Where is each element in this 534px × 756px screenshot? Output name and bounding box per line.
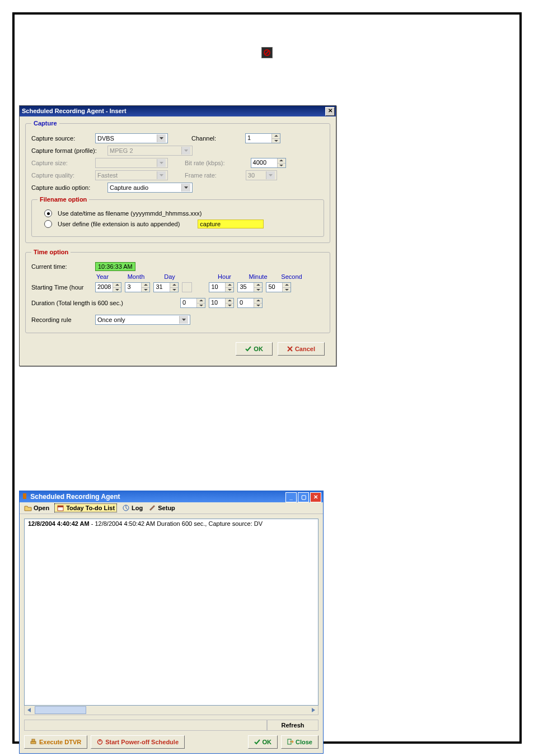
capture-source-combo[interactable]: DVBS [95, 133, 168, 143]
insert-dialog: Scheduled Recording Agent - Insert ✕ Cap… [19, 105, 336, 366]
app-icon [23, 493, 26, 499]
capture-legend: Capture [31, 120, 59, 127]
start-day-spin[interactable]: 31 [153, 282, 179, 292]
start-month-spin[interactable]: 3 [125, 282, 150, 292]
dur-min-spin[interactable]: 10 [209, 298, 234, 308]
spin-down-icon[interactable] [272, 139, 280, 143]
spin-up-icon[interactable] [278, 158, 285, 164]
dur-sec-spin[interactable]: 0 [237, 298, 263, 308]
tb-setup[interactable]: Setup [148, 504, 175, 512]
userdefine-filename[interactable]: capture [198, 220, 264, 228]
day-extra [182, 282, 192, 292]
dlg1-titlebar[interactable]: Scheduled Recording Agent - Insert ✕ [20, 106, 336, 116]
scrollbar-thumb[interactable] [35, 706, 86, 714]
radio-datetime[interactable] [44, 209, 52, 217]
log-icon [122, 504, 130, 512]
cancel-button[interactable]: Cancel [278, 342, 325, 356]
capture-format-combo: MPEG 2 [107, 146, 193, 156]
dlg2-title: Scheduled Recording Agent [30, 493, 120, 501]
close-icon[interactable]: ✕ [310, 492, 321, 502]
time-legend: Time option [31, 249, 71, 255]
start-second-spin[interactable]: 50 [266, 282, 291, 292]
svg-rect-5 [32, 739, 35, 741]
filename-legend: Filename option [38, 196, 89, 203]
start-hour-spin[interactable]: 10 [209, 282, 234, 292]
tb-log[interactable]: Log [122, 504, 143, 512]
start-year-spin[interactable]: 2008 [95, 282, 121, 292]
framerate-combo: 30 [246, 170, 277, 180]
capture-source-label: Capture source: [31, 135, 92, 142]
dlg2-titlebar[interactable]: Scheduled Recording Agent _ ▢ ✕ [20, 491, 323, 502]
folder-open-icon [24, 504, 32, 512]
execute-dtvr-button[interactable]: Execute DTVR [24, 735, 87, 749]
check-icon [245, 346, 251, 352]
power-icon [97, 739, 103, 746]
capture-size-combo [95, 158, 168, 168]
scroll-right-icon[interactable] [309, 706, 318, 715]
execute-icon [30, 739, 37, 745]
time-header: Year Month Day Hour Minute Second [90, 273, 324, 280]
recordingrule-combo[interactable]: Once only [95, 315, 190, 325]
scroll-left-icon[interactable] [25, 706, 34, 715]
channel-spin[interactable]: 1 [245, 133, 280, 143]
capture-quality-combo: Fastest [95, 170, 168, 180]
chevron-down-icon [266, 171, 275, 179]
tb-today[interactable]: Today To-do List [55, 504, 116, 512]
exit-icon [287, 739, 293, 746]
close-icon[interactable]: ✕ [325, 107, 335, 116]
schedule-list[interactable]: 12/8/2004 4:40:42 AM - 12/8/2004 4:50:42… [24, 519, 318, 706]
duration-label: Duration (Total length is 600 sec.) [31, 300, 177, 306]
channel-label: Channel: [191, 135, 216, 142]
list-item[interactable]: 12/8/2004 4:40:42 AM - 12/8/2004 4:50:42… [25, 519, 318, 528]
filename-group: Filename option Use date/time as filenam… [31, 196, 324, 237]
framerate-label: Frame rate: [185, 172, 217, 179]
check-icon [254, 739, 260, 745]
chevron-down-icon [179, 316, 188, 324]
dur-hour-spin[interactable]: 0 [180, 298, 205, 308]
capture-quality-label: Capture quality: [31, 172, 92, 179]
capture-group: Capture Capture source: DVBS Channel: 1 [25, 120, 330, 243]
statusbar: Refresh [24, 720, 318, 731]
ok-button-2[interactable]: OK [248, 735, 278, 749]
start-poweroff-button[interactable]: Start Power-off Schedule [91, 735, 185, 749]
setup-icon [148, 504, 156, 512]
refresh-button[interactable]: Refresh [267, 720, 318, 731]
starttime-label: Starting Time (hour [31, 284, 92, 291]
dlg1-title: Scheduled Recording Agent - Insert [22, 108, 127, 114]
minimize-icon[interactable]: _ [285, 492, 297, 502]
tb-open[interactable]: Open [24, 504, 49, 512]
radio-userdefine[interactable] [44, 220, 52, 228]
chevron-down-icon [157, 134, 166, 142]
time-group: Time option Current time: 10:36:33 AM Ye… [25, 249, 330, 333]
chevron-down-icon [157, 159, 166, 167]
currenttime-label: Current time: [31, 263, 92, 270]
x-icon [287, 346, 293, 352]
ok-button[interactable]: OK [236, 342, 273, 356]
capture-size-label: Capture size: [31, 160, 92, 166]
agent-window: Scheduled Recording Agent _ ▢ ✕ Open Tod… [19, 491, 324, 754]
horizontal-scrollbar[interactable] [24, 706, 318, 715]
svg-rect-4 [31, 741, 36, 744]
chevron-down-icon [157, 171, 166, 179]
bitrate-spin[interactable]: 4000 [251, 158, 286, 168]
status-text [24, 720, 267, 731]
spin-up-icon[interactable] [272, 134, 280, 139]
chevron-down-icon [181, 184, 190, 192]
radio-userdefine-label: User define (file extension is auto appe… [58, 221, 180, 227]
radio-datetime-label: Use date/time as filename (yyyymmdd_hhmm… [58, 210, 202, 217]
maximize-icon[interactable]: ▢ [298, 492, 309, 502]
spin-down-icon[interactable] [278, 164, 285, 168]
currenttime-value: 10:36:33 AM [95, 262, 135, 271]
capture-format-label: Capture format (profile): [31, 147, 104, 154]
chevron-down-icon [181, 147, 190, 155]
capture-audio-label: Capture audio option: [31, 184, 104, 191]
bitrate-label: Bit rate (kbps): [185, 160, 225, 166]
svg-rect-2 [58, 506, 63, 507]
tray-recorder-icon [261, 47, 273, 58]
calendar-icon [57, 504, 64, 512]
start-minute-spin[interactable]: 35 [237, 282, 263, 292]
recordingrule-label: Recording rule [31, 316, 92, 323]
close-button[interactable]: Close [281, 735, 318, 749]
toolbar: Open Today To-do List Log Setup [20, 502, 323, 514]
capture-audio-combo[interactable]: Capture audio [107, 183, 193, 193]
